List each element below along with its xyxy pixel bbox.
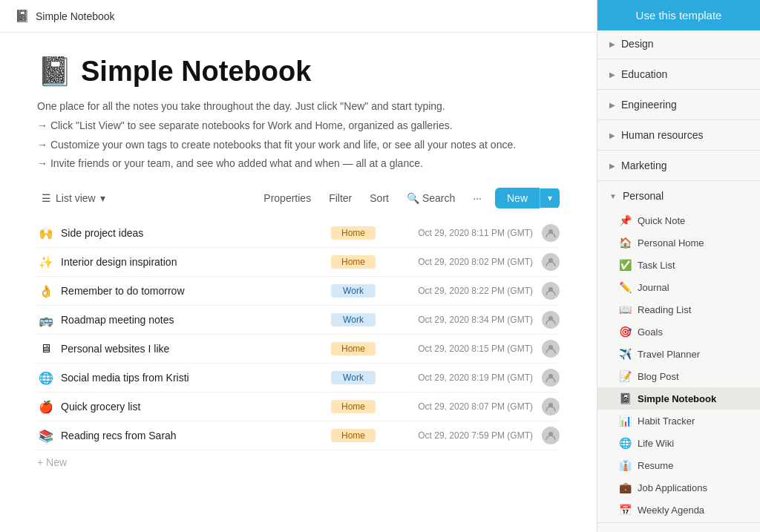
sidebar-item-label: Goals xyxy=(638,326,663,338)
sidebar-item-resume[interactable]: 👔 Resume xyxy=(597,454,760,476)
row-emoji: ✨ xyxy=(37,255,55,269)
add-new-row[interactable]: + New xyxy=(37,450,560,474)
search-label: Search xyxy=(422,192,455,204)
item-icon: 🎯 xyxy=(618,326,632,338)
row-name: 🚌 Roadmap meeting notes xyxy=(37,313,331,327)
sidebar-item-label: Simple Notebook xyxy=(638,393,716,404)
page-header: 📓 Simple Notebook One place for all the … xyxy=(37,55,560,173)
row-tag[interactable]: Work xyxy=(331,284,376,298)
item-icon: ✈️ xyxy=(618,348,632,360)
sidebar-item-label: Weekly Agenda xyxy=(638,505,704,516)
avatar xyxy=(542,427,560,444)
table-row[interactable]: 👌 Remember to do tomorrow Work Oct 29, 2… xyxy=(37,277,560,306)
item-icon: ✅ xyxy=(618,259,632,271)
item-icon: ✏️ xyxy=(618,281,632,293)
table-row[interactable]: 🚌 Roadmap meeting notes Work Oct 29, 202… xyxy=(37,306,560,335)
avatar xyxy=(542,311,560,329)
filter-button[interactable]: Filter xyxy=(324,189,356,207)
more-options-button[interactable]: ··· xyxy=(468,189,486,207)
sidebar-item-journal[interactable]: ✏️ Journal xyxy=(597,276,760,298)
sidebar-item-reading-list[interactable]: 📖 Reading List xyxy=(597,298,760,321)
desc-line-1: One place for all the notes you take thr… xyxy=(37,98,520,116)
sidebar-item-label: Habit Tracker xyxy=(638,416,695,427)
row-title: Reading recs from Sarah xyxy=(61,430,177,441)
sidebar-item-habit-tracker[interactable]: 📊 Habit Tracker xyxy=(597,410,760,432)
new-button-group: New ▾ xyxy=(495,188,560,208)
sidebar-item-goals[interactable]: 🎯 Goals xyxy=(597,321,760,343)
search-button[interactable]: 🔍 Search xyxy=(402,189,459,207)
sidebar-item-job-applications[interactable]: 💼 Job Applications xyxy=(597,476,760,499)
right-sidebar: Use this template ▶ Design ▶ Education ▶… xyxy=(597,0,760,532)
row-tag[interactable]: Home xyxy=(331,226,376,240)
category-label: Personal xyxy=(623,190,664,202)
sort-button[interactable]: Sort xyxy=(365,189,393,207)
content-area: 📓 Simple Notebook One place for all the … xyxy=(0,33,597,532)
row-tag[interactable]: Home xyxy=(331,255,376,269)
use-template-button[interactable]: Use this template xyxy=(597,0,760,30)
row-tag[interactable]: Work xyxy=(331,313,376,326)
top-bar-icon: 📓 xyxy=(15,9,30,23)
arrow-right-icon: ▶ xyxy=(609,162,615,170)
sidebar-category-personal[interactable]: ▼ Personal xyxy=(597,183,760,209)
arrow-right-icon: ▶ xyxy=(609,40,615,48)
sidebar-category-education[interactable]: ▶ Education xyxy=(597,61,760,88)
table-row[interactable]: ✨ Interior design inspiration Home Oct 2… xyxy=(37,248,560,277)
row-name: 🖥 Personal websites I like xyxy=(37,342,331,355)
sidebar-category-engineering[interactable]: ▶ Engineering xyxy=(597,91,760,118)
row-name: 🌐 Social media tips from Kristi xyxy=(37,371,331,385)
row-title: Quick grocery list xyxy=(61,401,140,413)
sidebar-category-human-resources[interactable]: ▶ Human resources xyxy=(597,122,760,148)
table-row[interactable]: 📚 Reading recs from Sarah Home Oct 29, 2… xyxy=(37,421,560,450)
browse-more-link[interactable]: ↗ Browse more templates xyxy=(597,525,760,532)
item-icon: 📊 xyxy=(618,415,632,427)
category-label: Engineering xyxy=(621,99,677,111)
item-icon: 📖 xyxy=(618,303,632,315)
properties-button[interactable]: Properties xyxy=(259,189,315,207)
sidebar-item-task-list[interactable]: ✅ Task List xyxy=(597,254,760,276)
sidebar-divider xyxy=(597,59,760,59)
row-tag[interactable]: Work xyxy=(331,371,376,384)
sidebar-item-label: Journal xyxy=(638,282,669,293)
sidebar-item-life-wiki[interactable]: 🌐 Life Wiki xyxy=(597,432,760,454)
category-label: Design xyxy=(621,38,654,50)
row-emoji: 🙌 xyxy=(37,226,55,240)
table-row[interactable]: 🍎 Quick grocery list Home Oct 29, 2020 8… xyxy=(37,393,560,421)
new-button[interactable]: New xyxy=(495,188,540,208)
row-name: 👌 Remember to do tomorrow xyxy=(37,284,331,298)
item-icon: 👔 xyxy=(618,459,632,471)
row-tag[interactable]: Home xyxy=(331,342,376,355)
category-label: Education xyxy=(621,68,667,80)
table-row[interactable]: 🖥 Personal websites I like Home Oct 29, … xyxy=(37,335,560,364)
row-date: Oct 29, 2020 8:15 PM (GMT) xyxy=(384,344,533,354)
sidebar-item-weekly-agenda[interactable]: 📅 Weekly Agenda xyxy=(597,499,760,521)
main-content: 📓 Simple Notebook 📓 Simple Notebook One … xyxy=(0,0,597,532)
top-bar-title: Simple Notebook xyxy=(36,10,115,22)
row-tag[interactable]: Home xyxy=(331,400,376,413)
row-emoji: 🚌 xyxy=(37,313,55,327)
arrow-right-icon: ▶ xyxy=(609,101,615,109)
avatar xyxy=(542,282,560,300)
sidebar-item-simple-notebook[interactable]: 📓 Simple Notebook xyxy=(597,387,760,410)
sidebar-item-personal-home[interactable]: 🏠 Personal Home xyxy=(597,231,760,254)
sidebar-item-label: Quick Note xyxy=(638,215,685,226)
avatar xyxy=(542,369,560,387)
arrow-right-icon: ▶ xyxy=(609,70,615,79)
sidebar-divider xyxy=(597,150,760,151)
page-title-icon: 📓 xyxy=(37,55,72,88)
sidebar-item-travel-planner[interactable]: ✈️ Travel Planner xyxy=(597,343,760,365)
row-title: Remember to do tomorrow xyxy=(61,285,185,297)
row-name: 📚 Reading recs from Sarah xyxy=(37,429,331,443)
table-row[interactable]: 🙌 Side project ideas Home Oct 29, 2020 8… xyxy=(37,219,560,248)
arrow-down-icon: ▼ xyxy=(609,192,617,200)
view-toggle[interactable]: ☰ List view ▾ xyxy=(37,189,110,207)
sidebar-category-marketing[interactable]: ▶ Marketing xyxy=(597,152,760,179)
row-tag[interactable]: Home xyxy=(331,429,376,442)
sidebar-item-blog-post[interactable]: 📝 Blog Post xyxy=(597,365,760,387)
sidebar-category-design[interactable]: ▶ Design xyxy=(597,30,760,57)
sidebar-item-quick-note[interactable]: 📌 Quick Note xyxy=(597,209,760,231)
new-button-dropdown[interactable]: ▾ xyxy=(540,188,560,208)
row-emoji: 🌐 xyxy=(37,371,55,385)
row-date: Oct 29, 2020 8:19 PM (GMT) xyxy=(384,372,533,383)
category-label: Human resources xyxy=(621,129,704,141)
table-row[interactable]: 🌐 Social media tips from Kristi Work Oct… xyxy=(37,364,560,393)
